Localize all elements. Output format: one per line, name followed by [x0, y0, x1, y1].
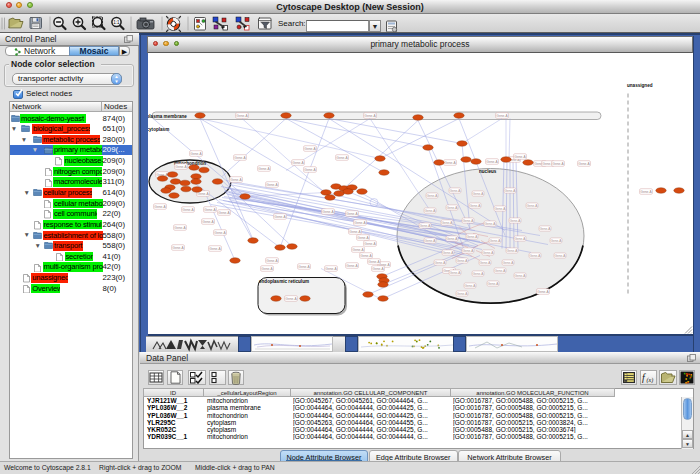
svg-text:Gene-A: Gene-A	[204, 207, 216, 211]
svg-text:Gene-A: Gene-A	[285, 296, 297, 300]
svg-text:Gene-A: Gene-A	[174, 225, 186, 229]
svg-text:Gene-A: Gene-A	[457, 258, 469, 262]
svg-text:Gene-A: Gene-A	[514, 154, 526, 158]
svg-text:cytoplasm: cytoplasm	[148, 126, 169, 131]
svg-text:Gene-A: Gene-A	[444, 160, 456, 164]
svg-text:Gene-A: Gene-A	[457, 291, 469, 295]
svg-text:Gene-A: Gene-A	[202, 219, 214, 223]
svg-text:Gene-A: Gene-A	[465, 283, 477, 287]
svg-text:Gene-A: Gene-A	[420, 223, 432, 227]
svg-text:Gene-A: Gene-A	[515, 236, 527, 240]
svg-text:unassigned: unassigned	[627, 83, 653, 88]
svg-text:Gene-A: Gene-A	[261, 266, 273, 270]
svg-text:Gene-A: Gene-A	[425, 238, 437, 242]
svg-text:Gene-A: Gene-A	[230, 177, 242, 181]
svg-text:Gene-A: Gene-A	[182, 207, 194, 211]
svg-text:Gene-A: Gene-A	[505, 188, 517, 192]
svg-text:Gene-A: Gene-A	[364, 241, 376, 245]
svg-text:1:1: 1:1	[113, 20, 120, 25]
svg-text:Gene-A: Gene-A	[368, 259, 380, 263]
svg-text:Gene-A: Gene-A	[496, 113, 508, 117]
svg-text:Gene-A: Gene-A	[488, 281, 500, 285]
svg-text:Gene-A: Gene-A	[304, 167, 316, 171]
svg-text:Gene-A: Gene-A	[322, 209, 334, 213]
svg-text:(x): (x)	[646, 376, 653, 383]
svg-text:Gene-A: Gene-A	[515, 273, 527, 277]
svg-text:Gene-A: Gene-A	[447, 205, 459, 209]
svg-text:Gene-A: Gene-A	[555, 253, 567, 257]
svg-text:Gene-A: Gene-A	[463, 218, 475, 222]
svg-text:Gene-A: Gene-A	[298, 264, 310, 268]
svg-text:Gene-A: Gene-A	[266, 258, 278, 262]
svg-text:Gene-A: Gene-A	[443, 250, 455, 254]
svg-text:Gene-A: Gene-A	[507, 248, 519, 252]
svg-text:Gene-A: Gene-A	[530, 253, 542, 257]
svg-text:Gene-A: Gene-A	[640, 189, 652, 193]
svg-text:Gene-A: Gene-A	[450, 188, 462, 192]
svg-text:Gene-A: Gene-A	[357, 235, 369, 239]
svg-text:Gene-A: Gene-A	[364, 113, 376, 117]
svg-text:Gene-A: Gene-A	[172, 245, 184, 249]
svg-text:endoplasmic reticulum: endoplasmic reticulum	[259, 278, 309, 283]
svg-text:Gene-A: Gene-A	[346, 263, 358, 267]
svg-text:Gene-A: Gene-A	[266, 182, 278, 186]
svg-text:Gene-A: Gene-A	[537, 289, 549, 293]
svg-text:Gene-A: Gene-A	[527, 203, 539, 207]
svg-text:Gene-A: Gene-A	[209, 246, 221, 250]
svg-text:Gene-A: Gene-A	[442, 220, 454, 224]
svg-text:Gene-A: Gene-A	[470, 203, 482, 207]
svg-text:Gene-A: Gene-A	[483, 250, 495, 254]
svg-text:Gene-A: Gene-A	[236, 113, 248, 117]
svg-text:Gene-A: Gene-A	[485, 221, 497, 225]
svg-text:Gene-A: Gene-A	[234, 155, 246, 159]
svg-text:Gene-A: Gene-A	[427, 193, 439, 197]
svg-text:Gene-A: Gene-A	[352, 247, 364, 251]
svg-text:Gene-A: Gene-A	[258, 166, 270, 170]
svg-text:Gene-A: Gene-A	[346, 211, 358, 215]
svg-text:Gene-A: Gene-A	[540, 226, 552, 230]
svg-text:Gene-A: Gene-A	[473, 191, 485, 195]
svg-text:Gene-A: Gene-A	[435, 260, 447, 264]
svg-text:Gene-A: Gene-A	[551, 238, 563, 242]
svg-text:Gene-A: Gene-A	[214, 230, 226, 234]
svg-text:Gene-A: Gene-A	[197, 191, 209, 195]
svg-text:Gene-A: Gene-A	[425, 208, 437, 212]
svg-text:Gene-A: Gene-A	[372, 266, 384, 270]
svg-text:Gene-A: Gene-A	[447, 236, 459, 240]
svg-text:Gene-A: Gene-A	[480, 260, 492, 264]
svg-text:Gene-A: Gene-A	[354, 220, 366, 224]
svg-text:Gene-A: Gene-A	[190, 151, 202, 155]
svg-text:nucleus: nucleus	[479, 169, 497, 174]
svg-text:Gene-A: Gene-A	[154, 204, 166, 208]
svg-text:Gene-A: Gene-A	[495, 206, 507, 210]
svg-text:Gene-A: Gene-A	[503, 260, 515, 264]
svg-text:Gene-A: Gene-A	[578, 161, 590, 165]
svg-text:Gene-A: Gene-A	[218, 210, 230, 214]
svg-text:Gene-A: Gene-A	[325, 266, 337, 270]
svg-text:Search:: Search:	[278, 19, 306, 28]
svg-text:Gene-A: Gene-A	[495, 268, 507, 272]
svg-text:f: f	[642, 372, 646, 383]
svg-text:Gene-A: Gene-A	[292, 160, 304, 164]
svg-text:Gene-A: Gene-A	[450, 270, 462, 274]
svg-text:Gene-A: Gene-A	[360, 253, 372, 257]
svg-text:Gene-A: Gene-A	[467, 234, 479, 238]
svg-text:plasma membrane: plasma membrane	[148, 113, 187, 118]
svg-text:Gene-A: Gene-A	[463, 248, 475, 252]
svg-text:Gene-A: Gene-A	[552, 161, 564, 165]
svg-text:Gene-A: Gene-A	[304, 146, 316, 150]
svg-text:Gene-A: Gene-A	[473, 271, 485, 275]
svg-text:Gene-A: Gene-A	[510, 218, 522, 222]
svg-text:Gene-A: Gene-A	[274, 214, 286, 218]
svg-text:Gene-A: Gene-A	[336, 155, 348, 159]
svg-text:Gene-A: Gene-A	[490, 238, 502, 242]
svg-text:Gene-A: Gene-A	[175, 164, 187, 168]
svg-text:Gene-A: Gene-A	[486, 159, 498, 163]
svg-text:Gene-A: Gene-A	[349, 229, 361, 233]
